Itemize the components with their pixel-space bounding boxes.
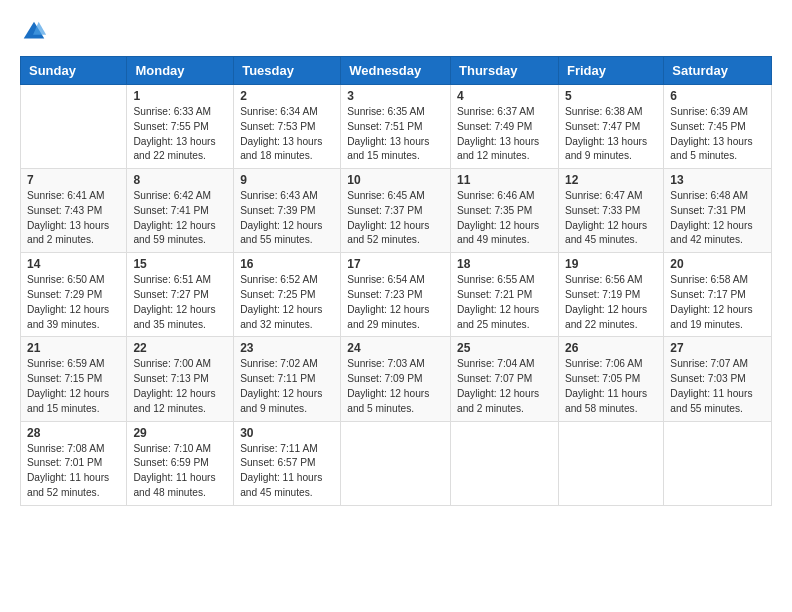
calendar-cell: 26Sunrise: 7:06 AMSunset: 7:05 PMDayligh… bbox=[558, 337, 663, 421]
day-info: Sunrise: 6:50 AMSunset: 7:29 PMDaylight:… bbox=[27, 273, 120, 332]
day-number: 19 bbox=[565, 257, 657, 271]
day-number: 13 bbox=[670, 173, 765, 187]
calendar-header-friday: Friday bbox=[558, 57, 663, 85]
calendar-cell: 17Sunrise: 6:54 AMSunset: 7:23 PMDayligh… bbox=[341, 253, 451, 337]
day-number: 7 bbox=[27, 173, 120, 187]
calendar-cell bbox=[21, 85, 127, 169]
calendar-cell bbox=[341, 421, 451, 505]
day-number: 30 bbox=[240, 426, 334, 440]
day-info: Sunrise: 7:00 AMSunset: 7:13 PMDaylight:… bbox=[133, 357, 227, 416]
calendar-header-monday: Monday bbox=[127, 57, 234, 85]
calendar-header-sunday: Sunday bbox=[21, 57, 127, 85]
calendar-cell: 13Sunrise: 6:48 AMSunset: 7:31 PMDayligh… bbox=[664, 169, 772, 253]
calendar-week-row: 21Sunrise: 6:59 AMSunset: 7:15 PMDayligh… bbox=[21, 337, 772, 421]
day-info: Sunrise: 6:52 AMSunset: 7:25 PMDaylight:… bbox=[240, 273, 334, 332]
day-info: Sunrise: 6:37 AMSunset: 7:49 PMDaylight:… bbox=[457, 105, 552, 164]
day-info: Sunrise: 6:47 AMSunset: 7:33 PMDaylight:… bbox=[565, 189, 657, 248]
calendar-cell: 5Sunrise: 6:38 AMSunset: 7:47 PMDaylight… bbox=[558, 85, 663, 169]
day-info: Sunrise: 6:45 AMSunset: 7:37 PMDaylight:… bbox=[347, 189, 444, 248]
day-info: Sunrise: 7:04 AMSunset: 7:07 PMDaylight:… bbox=[457, 357, 552, 416]
day-number: 23 bbox=[240, 341, 334, 355]
calendar-cell: 6Sunrise: 6:39 AMSunset: 7:45 PMDaylight… bbox=[664, 85, 772, 169]
day-info: Sunrise: 6:38 AMSunset: 7:47 PMDaylight:… bbox=[565, 105, 657, 164]
day-info: Sunrise: 7:11 AMSunset: 6:57 PMDaylight:… bbox=[240, 442, 334, 501]
day-number: 27 bbox=[670, 341, 765, 355]
day-info: Sunrise: 6:46 AMSunset: 7:35 PMDaylight:… bbox=[457, 189, 552, 248]
calendar-cell bbox=[664, 421, 772, 505]
day-number: 15 bbox=[133, 257, 227, 271]
calendar-cell bbox=[451, 421, 559, 505]
day-number: 24 bbox=[347, 341, 444, 355]
day-info: Sunrise: 6:41 AMSunset: 7:43 PMDaylight:… bbox=[27, 189, 120, 248]
day-info: Sunrise: 7:08 AMSunset: 7:01 PMDaylight:… bbox=[27, 442, 120, 501]
calendar-cell: 22Sunrise: 7:00 AMSunset: 7:13 PMDayligh… bbox=[127, 337, 234, 421]
day-number: 22 bbox=[133, 341, 227, 355]
day-number: 16 bbox=[240, 257, 334, 271]
calendar-cell: 16Sunrise: 6:52 AMSunset: 7:25 PMDayligh… bbox=[234, 253, 341, 337]
calendar-cell: 23Sunrise: 7:02 AMSunset: 7:11 PMDayligh… bbox=[234, 337, 341, 421]
calendar-cell: 15Sunrise: 6:51 AMSunset: 7:27 PMDayligh… bbox=[127, 253, 234, 337]
day-info: Sunrise: 7:03 AMSunset: 7:09 PMDaylight:… bbox=[347, 357, 444, 416]
day-number: 6 bbox=[670, 89, 765, 103]
day-info: Sunrise: 7:02 AMSunset: 7:11 PMDaylight:… bbox=[240, 357, 334, 416]
calendar-week-row: 14Sunrise: 6:50 AMSunset: 7:29 PMDayligh… bbox=[21, 253, 772, 337]
day-info: Sunrise: 6:42 AMSunset: 7:41 PMDaylight:… bbox=[133, 189, 227, 248]
day-number: 5 bbox=[565, 89, 657, 103]
calendar-week-row: 7Sunrise: 6:41 AMSunset: 7:43 PMDaylight… bbox=[21, 169, 772, 253]
calendar-cell: 11Sunrise: 6:46 AMSunset: 7:35 PMDayligh… bbox=[451, 169, 559, 253]
day-number: 1 bbox=[133, 89, 227, 103]
calendar-week-row: 1Sunrise: 6:33 AMSunset: 7:55 PMDaylight… bbox=[21, 85, 772, 169]
calendar-cell: 1Sunrise: 6:33 AMSunset: 7:55 PMDaylight… bbox=[127, 85, 234, 169]
day-number: 29 bbox=[133, 426, 227, 440]
day-info: Sunrise: 7:07 AMSunset: 7:03 PMDaylight:… bbox=[670, 357, 765, 416]
day-info: Sunrise: 6:43 AMSunset: 7:39 PMDaylight:… bbox=[240, 189, 334, 248]
calendar-cell: 30Sunrise: 7:11 AMSunset: 6:57 PMDayligh… bbox=[234, 421, 341, 505]
calendar-cell: 24Sunrise: 7:03 AMSunset: 7:09 PMDayligh… bbox=[341, 337, 451, 421]
day-number: 28 bbox=[27, 426, 120, 440]
day-number: 14 bbox=[27, 257, 120, 271]
calendar-cell: 21Sunrise: 6:59 AMSunset: 7:15 PMDayligh… bbox=[21, 337, 127, 421]
day-number: 25 bbox=[457, 341, 552, 355]
day-info: Sunrise: 6:39 AMSunset: 7:45 PMDaylight:… bbox=[670, 105, 765, 164]
day-number: 26 bbox=[565, 341, 657, 355]
day-number: 21 bbox=[27, 341, 120, 355]
calendar-cell bbox=[558, 421, 663, 505]
calendar-week-row: 28Sunrise: 7:08 AMSunset: 7:01 PMDayligh… bbox=[21, 421, 772, 505]
calendar-cell: 10Sunrise: 6:45 AMSunset: 7:37 PMDayligh… bbox=[341, 169, 451, 253]
calendar-cell: 7Sunrise: 6:41 AMSunset: 7:43 PMDaylight… bbox=[21, 169, 127, 253]
day-number: 10 bbox=[347, 173, 444, 187]
day-info: Sunrise: 7:06 AMSunset: 7:05 PMDaylight:… bbox=[565, 357, 657, 416]
calendar-cell: 8Sunrise: 6:42 AMSunset: 7:41 PMDaylight… bbox=[127, 169, 234, 253]
day-number: 20 bbox=[670, 257, 765, 271]
calendar-table: SundayMondayTuesdayWednesdayThursdayFrid… bbox=[20, 56, 772, 506]
calendar-cell: 12Sunrise: 6:47 AMSunset: 7:33 PMDayligh… bbox=[558, 169, 663, 253]
calendar-cell: 27Sunrise: 7:07 AMSunset: 7:03 PMDayligh… bbox=[664, 337, 772, 421]
day-number: 17 bbox=[347, 257, 444, 271]
day-info: Sunrise: 6:51 AMSunset: 7:27 PMDaylight:… bbox=[133, 273, 227, 332]
calendar-cell: 3Sunrise: 6:35 AMSunset: 7:51 PMDaylight… bbox=[341, 85, 451, 169]
calendar-cell: 14Sunrise: 6:50 AMSunset: 7:29 PMDayligh… bbox=[21, 253, 127, 337]
logo-icon bbox=[20, 18, 48, 46]
calendar-header-wednesday: Wednesday bbox=[341, 57, 451, 85]
calendar-header-tuesday: Tuesday bbox=[234, 57, 341, 85]
day-number: 18 bbox=[457, 257, 552, 271]
day-info: Sunrise: 6:35 AMSunset: 7:51 PMDaylight:… bbox=[347, 105, 444, 164]
calendar-cell: 29Sunrise: 7:10 AMSunset: 6:59 PMDayligh… bbox=[127, 421, 234, 505]
calendar-header-row: SundayMondayTuesdayWednesdayThursdayFrid… bbox=[21, 57, 772, 85]
day-number: 8 bbox=[133, 173, 227, 187]
calendar-cell: 28Sunrise: 7:08 AMSunset: 7:01 PMDayligh… bbox=[21, 421, 127, 505]
day-number: 9 bbox=[240, 173, 334, 187]
day-number: 11 bbox=[457, 173, 552, 187]
calendar-header-saturday: Saturday bbox=[664, 57, 772, 85]
calendar-cell: 18Sunrise: 6:55 AMSunset: 7:21 PMDayligh… bbox=[451, 253, 559, 337]
day-number: 3 bbox=[347, 89, 444, 103]
calendar-header-thursday: Thursday bbox=[451, 57, 559, 85]
page: SundayMondayTuesdayWednesdayThursdayFrid… bbox=[0, 0, 792, 612]
logo bbox=[20, 18, 52, 46]
calendar-cell: 9Sunrise: 6:43 AMSunset: 7:39 PMDaylight… bbox=[234, 169, 341, 253]
calendar-cell: 19Sunrise: 6:56 AMSunset: 7:19 PMDayligh… bbox=[558, 253, 663, 337]
day-info: Sunrise: 6:33 AMSunset: 7:55 PMDaylight:… bbox=[133, 105, 227, 164]
day-number: 4 bbox=[457, 89, 552, 103]
header bbox=[20, 18, 772, 46]
day-number: 12 bbox=[565, 173, 657, 187]
